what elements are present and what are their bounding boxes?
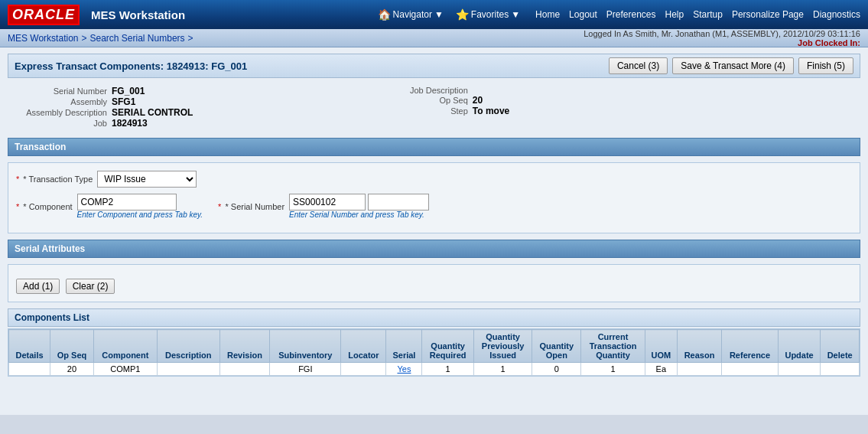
serial-yes-link[interactable]: Yes [397, 364, 411, 374]
serial-attributes-buttons: Add (1) Clear (2) [16, 271, 852, 294]
clear-button[interactable]: Clear (2) [66, 279, 115, 294]
cell-reason [677, 363, 721, 376]
diagnostics-link[interactable]: Diagnostics [813, 9, 860, 20]
logout-link[interactable]: Logout [569, 9, 597, 20]
finish-button[interactable]: Finish (5) [798, 57, 853, 74]
assembly-row: Assembly SFG1 [15, 96, 361, 107]
op-seq-value: 20 [473, 95, 483, 106]
assembly-desc-value: SERIAL CONTROL [112, 107, 193, 118]
col-qty-prev-issued: QuantityPreviouslyIssued [473, 330, 532, 363]
component-input[interactable] [77, 194, 177, 210]
favorites-chevron-icon: ▼ [511, 9, 520, 20]
logged-in-value: Smith, Mr. Jonathan (M1, ASSEMBLY), 2012… [635, 29, 860, 38]
cell-details [9, 363, 50, 376]
serial-number-input2[interactable] [368, 194, 429, 210]
cell-update [778, 363, 820, 376]
breadcrumb-search[interactable]: Search Serial Numbers [90, 33, 185, 44]
navigator-icon: 🏠 [378, 8, 391, 21]
preferences-link[interactable]: Preferences [606, 9, 656, 20]
transaction-type-select[interactable]: WIP Issue WIP Return [97, 171, 197, 188]
components-list-table-section: Details Op Seq Component Description Rev… [8, 328, 860, 377]
components-table: Details Op Seq Component Description Rev… [8, 329, 860, 376]
info-middle: Job Description Op Seq 20 Step To move [376, 86, 678, 129]
home-link[interactable]: Home [535, 9, 560, 20]
table-row: 20 COMP1 FGI Yes 1 1 0 1 Ea [9, 363, 860, 376]
help-link[interactable]: Help [665, 9, 684, 20]
cell-uom: Ea [645, 363, 677, 376]
op-seq-row: Op Seq 20 [376, 95, 678, 106]
col-delete: Delete [821, 330, 860, 363]
startup-link[interactable]: Startup [693, 9, 723, 20]
cell-qty-prev-issued: 1 [473, 363, 532, 376]
components-list-title: Components List [15, 312, 89, 323]
assembly-label: Assembly [15, 97, 107, 106]
transaction-section-header: Transaction [8, 138, 860, 156]
serial-attributes-section: Add (1) Clear (2) [8, 264, 860, 302]
cell-component: COMP1 [93, 363, 157, 376]
serial-number-field: * * Serial Number Enter Serial Number an… [218, 194, 429, 219]
transaction-type-field: * * Transaction Type WIP Issue WIP Retur… [16, 171, 197, 188]
cell-current-tx-qty: 1 [581, 363, 645, 376]
cell-locator [341, 363, 386, 376]
job-desc-row: Job Description [376, 86, 678, 95]
col-serial: Serial [386, 330, 422, 363]
serial-number-input[interactable] [289, 194, 366, 210]
info-left: Serial Number FG_001 Assembly SFG1 Assem… [15, 86, 361, 129]
assembly-desc-label: Assembly Description [15, 108, 107, 117]
assembly-desc-row: Assembly Description SERIAL CONTROL [15, 107, 361, 118]
col-details: Details [9, 330, 50, 363]
col-component: Component [93, 330, 157, 363]
serial-number-row: Serial Number FG_001 [15, 86, 361, 96]
serial-number-label: Serial Number [15, 86, 107, 96]
logged-in-label: Logged In As [584, 29, 632, 38]
serial-attributes-header: Serial Attributes [8, 240, 860, 258]
col-qty-required: QuantityRequired [422, 330, 473, 363]
component-hint: Enter Component and press Tab key. [77, 210, 203, 219]
cell-subinventory: FGI [270, 363, 341, 376]
col-uom: UOM [645, 330, 677, 363]
components-list-header: Components List [8, 308, 860, 327]
job-clocked-label: Job Clocked In: [798, 38, 860, 47]
app-title: MES Workstation [91, 8, 362, 21]
col-op-seq: Op Seq [50, 330, 94, 363]
nav-links: Home Logout Preferences Help Startup Per… [535, 9, 860, 20]
navigator-button[interactable]: 🏠 Navigator ▼ [378, 8, 444, 21]
sub-nav: MES Workstation > Search Serial Numbers … [0, 29, 868, 47]
top-bar: ORACLE MES Workstation 🏠 Navigator ▼ ⭐ F… [0, 0, 868, 29]
step-value: To move [473, 106, 509, 116]
component-field: * * Component Enter Component and press … [16, 194, 203, 219]
col-reason: Reason [677, 330, 721, 363]
cell-revision [219, 363, 269, 376]
nav-center: 🏠 Navigator ▼ ⭐ Favorites ▼ [378, 8, 521, 21]
transaction-form: * * Transaction Type WIP Issue WIP Retur… [8, 162, 860, 233]
add-button[interactable]: Add (1) [16, 279, 60, 294]
serial-number-value: FG_001 [112, 86, 145, 96]
step-label: Step [376, 106, 468, 116]
cancel-button[interactable]: Cancel (3) [609, 57, 668, 74]
job-info: Serial Number FG_001 Assembly SFG1 Assem… [8, 83, 860, 135]
action-buttons: Cancel (3) Save & Transact More (4) Fini… [609, 57, 853, 74]
save-transact-more-button[interactable]: Save & Transact More (4) [672, 57, 794, 74]
page-title-bar: Express Transact Components: 1824913: FG… [8, 54, 860, 78]
component-label: * * Component [16, 202, 73, 211]
col-revision: Revision [219, 330, 269, 363]
transaction-type-row: * * Transaction Type WIP Issue WIP Retur… [16, 171, 852, 188]
cell-op-seq: 20 [50, 363, 94, 376]
main-content: Express Transact Components: 1824913: FG… [0, 47, 868, 415]
breadcrumb: MES Workstation > Search Serial Numbers … [8, 33, 193, 44]
cell-qty-required: 1 [422, 363, 473, 376]
col-description: Description [157, 330, 219, 363]
breadcrumb-mes[interactable]: MES Workstation [8, 33, 78, 44]
col-current-tx-qty: CurrentTransactionQuantity [581, 330, 645, 363]
col-reference: Reference [722, 330, 779, 363]
cell-qty-open: 0 [532, 363, 581, 376]
component-serial-row: * * Component Enter Component and press … [16, 194, 852, 219]
assembly-value: SFG1 [112, 96, 135, 107]
personalize-page-link[interactable]: Personalize Page [732, 9, 804, 20]
favorites-button[interactable]: ⭐ Favorites ▼ [456, 8, 520, 21]
transaction-type-label: * * Transaction Type [16, 175, 93, 184]
cell-reference [722, 363, 779, 376]
col-qty-open: QuantityOpen [532, 330, 581, 363]
col-subinventory: Subinventory [270, 330, 341, 363]
serial-number-field-label: * * Serial Number [218, 202, 284, 211]
